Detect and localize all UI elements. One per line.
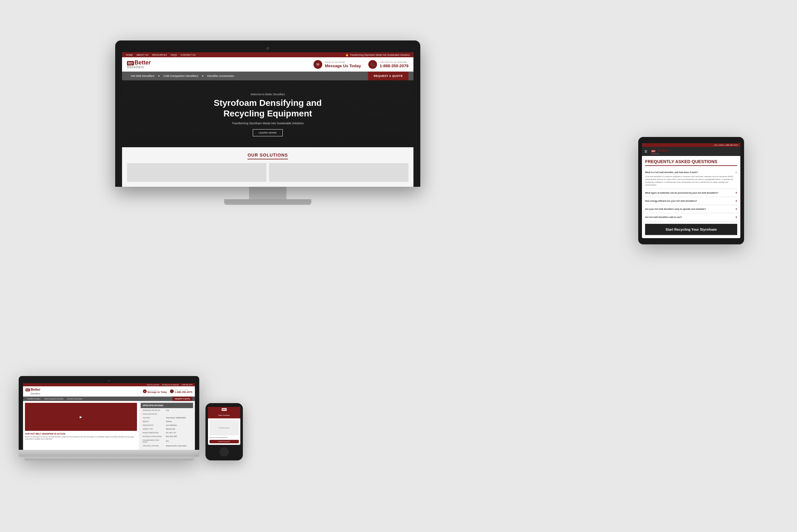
tablet-topbar: CALL NOW: 1-888-350-2079 (642, 143, 740, 147)
tablet-logo-badge: BD (651, 149, 656, 153)
hamburger-icon[interactable]: ☰ (644, 150, 647, 153)
laptop-phone-label: Call Now for an Estimate (162, 384, 179, 386)
laptop-nav: Hot Melt Densifiers Cold Compaction Dens… (23, 397, 195, 401)
laptop-device: Send Us an Email Call Now for an Estimat… (19, 376, 199, 460)
spec-row-9: VOLUME REDUCTION RATIO 90:1 (141, 439, 192, 443)
tablet-screen: CALL NOW: 1-888-350-2079 ☰ BD Better Den… (642, 143, 740, 238)
spec-label-9: VOLUME REDUCTION RATIO (141, 439, 164, 443)
nav-hot-melt[interactable]: Hot Melt Densifiers (127, 72, 158, 80)
email-icon: ✉ (314, 60, 322, 69)
faq-question-3[interactable]: Are your hot melt densifiers easy to ope… (645, 207, 737, 211)
faq-expand-icon-0[interactable]: − (735, 171, 737, 174)
laptop-phone-contact: 📞 Call Now for an Estimate 1-888-350-207… (170, 389, 192, 394)
desktop-hero: Welcome to Better Densifiers Styrofoam D… (122, 80, 414, 147)
spec-row-3: WEIGHT 2425 lbs (141, 420, 192, 423)
quote-button[interactable]: REQUEST A QUOTE (368, 72, 409, 80)
email-cta[interactable]: Message Us Today (325, 63, 361, 68)
spec-value-9: 90:1 (165, 439, 192, 443)
tablet-cta-text: Start Recycling Your Styrofoam (649, 228, 734, 231)
monitor-screen: HOME ABOUT US RESOURCES FAQS CONTACT US … (122, 52, 414, 187)
hero-subtitle: Transforming Styrofoam Waste Into Sustai… (128, 122, 407, 125)
logo-name-line1: Better (134, 60, 151, 65)
faq-expand-icon-2[interactable]: + (735, 199, 737, 203)
faq-answer-0: A hot melt densifier is a machine design… (645, 175, 737, 187)
desktop-header: BD Better Densifiers ✉ Send Us an Email … (122, 57, 414, 72)
laptop-spec-table: SHREDDER MOTOR HP 5 hp AUGUR MOTOR HP VO… (141, 408, 193, 448)
laptop-camera (108, 380, 110, 382)
faq-question-4[interactable]: Are hot melt densifiers safe to use? + (645, 215, 737, 219)
solutions-section: OUR SOLUTIONS (122, 147, 414, 187)
laptop-email-icon: ✉ (143, 390, 147, 393)
hero-title: Styrofoam Densifying and Recycling Equip… (128, 98, 407, 119)
laptop-action-title: OUR HOT MELT DENSIFIER IN ACTION (25, 433, 137, 435)
nav-contact[interactable]: CONTACT US (181, 54, 195, 56)
spec-row-2: VOLTAGE Three Phase / 208/240/480V (141, 416, 192, 419)
laptop-nav-accessories[interactable]: Densifier Accessories (65, 397, 84, 401)
solutions-grid (127, 163, 409, 182)
tablet-body: FREQUENTLY ASKED QUESTIONS What is a hot… (642, 156, 740, 238)
laptop-spec-title: SPECIFICATIONS (141, 403, 193, 408)
spec-value-3: 2425 lbs (165, 420, 192, 423)
phone-logo-text: Better Densifiers (219, 414, 230, 416)
laptop-email-cta[interactable]: Message Us Today (148, 391, 167, 393)
solution-card-2 (269, 163, 409, 182)
nav-faqs[interactable]: FAQS (171, 54, 177, 56)
nav-resources[interactable]: RESOURCES (152, 54, 167, 56)
laptop-nav-cold[interactable]: Cold Compaction Densifiers (42, 397, 65, 401)
tablet-cta: Start Recycling Your Styrofoam (645, 224, 737, 235)
phone-number[interactable]: 1-888-350-2079 (380, 63, 409, 68)
laptop-nav-hot-melt[interactable]: Hot Melt Densifiers (25, 397, 42, 401)
nav-cold-compaction[interactable]: Cold Compaction Densifiers (160, 72, 202, 80)
nav-home[interactable]: HOME (126, 54, 133, 56)
topbar-nav: HOME ABOUT US RESOURCES FAQS CONTACT US (126, 54, 343, 56)
hero-content: Welcome to Better Densifiers Styrofoam D… (128, 93, 407, 136)
spec-value-6: 40" x 90" x 72" (165, 431, 192, 434)
spec-label-5: INFEED TYPE (141, 428, 164, 431)
laptop-quote-btn[interactable]: REQUEST A QUOTE (172, 397, 192, 401)
email-label: Send Us an Email (325, 61, 361, 63)
faq-expand-icon-3[interactable]: + (735, 207, 737, 211)
spec-value-8: EPS, XPS, EPP (165, 435, 192, 438)
laptop-phone-big[interactable]: 1-888-350-2079 (175, 391, 192, 394)
phone-label: Call Now for an Estimate (380, 61, 409, 63)
laptop-screen: Send Us an Email Call Now for an Estimat… (23, 383, 195, 450)
spec-label-6: INFEED DIMENSIONS (141, 431, 164, 434)
hero-welcome-text: Welcome to Better Densifiers (128, 93, 407, 96)
laptop-header: BD BetterDensifiers ✉ Send Us an Email M… (23, 386, 195, 397)
desktop-topbar: HOME ABOUT US RESOURCES FAQS CONTACT US … (122, 52, 414, 57)
faq-question-0[interactable]: What is a hot melt densifier, and how do… (645, 171, 737, 174)
header-contact-area: ✉ Send Us an Email Message Us Today 📞 Ca… (314, 60, 409, 69)
phone-frame: BD Better Densifiers Hot Melt Densifiers… (206, 403, 243, 460)
nav-about[interactable]: ABOUT US (137, 54, 149, 56)
faq-question-1[interactable]: What types of materials can be processed… (645, 191, 737, 194)
faq-item-1: What types of materials can be processed… (645, 189, 737, 197)
laptop-frame: Send Us an Email Call Now for an Estimat… (19, 376, 199, 450)
site-logo: BD Better Densifiers (127, 60, 151, 69)
laptop-video[interactable]: ▶ (25, 403, 137, 431)
phone-hero-area: Hot Melt Densifiers (210, 420, 239, 436)
phone-hero-text: Hot Melt Densifiers (219, 427, 229, 429)
nav-accessories[interactable]: Densifier Accessories (204, 72, 238, 80)
laptop-action-text: Watch the video above to see our hot mel… (25, 436, 137, 440)
desktop-monitor: HOME ABOUT US RESOURCES FAQS CONTACT US … (115, 40, 420, 205)
faq-item-2: How energy-efficient are your hot melt d… (645, 197, 737, 205)
spec-row-5: INFEED TYPE Manual Feed (141, 428, 192, 431)
spec-value-4: Up to 300 lbs/hr (165, 424, 192, 427)
email-contact: ✉ Send Us an Email Message Us Today (314, 60, 361, 69)
faq-expand-icon-1[interactable]: + (735, 191, 737, 194)
hero-learn-more-btn[interactable]: LEARN MORE (253, 129, 283, 136)
phone-cta-btn[interactable]: REQUEST A QUOTE (210, 440, 239, 443)
spec-row-10: AVAILABLE OPTIONS Exhaust Hot Air, Fume … (141, 444, 192, 447)
phone-content-text: Styrofoam Densifying Equipment (210, 437, 239, 439)
faq-item-3: Are your hot melt densifiers easy to ope… (645, 205, 737, 213)
faq-question-2[interactable]: How energy-efficient are your hot melt d… (645, 199, 737, 203)
flame-icon: 🔥 (345, 53, 349, 56)
spec-value-1 (165, 413, 192, 416)
tablet-device: CALL NOW: 1-888-350-2079 ☰ BD Better Den… (638, 137, 744, 244)
monitor-frame: HOME ABOUT US RESOURCES FAQS CONTACT US … (115, 40, 420, 187)
faq-expand-icon-4[interactable]: + (735, 215, 737, 219)
phone-home-button[interactable] (220, 447, 229, 457)
spec-label-8: MATERIALS PROCESSED (141, 435, 164, 438)
spec-row-1: AUGUR MOTOR HP (141, 413, 192, 416)
phone-subheader: Better Densifiers (208, 412, 240, 418)
